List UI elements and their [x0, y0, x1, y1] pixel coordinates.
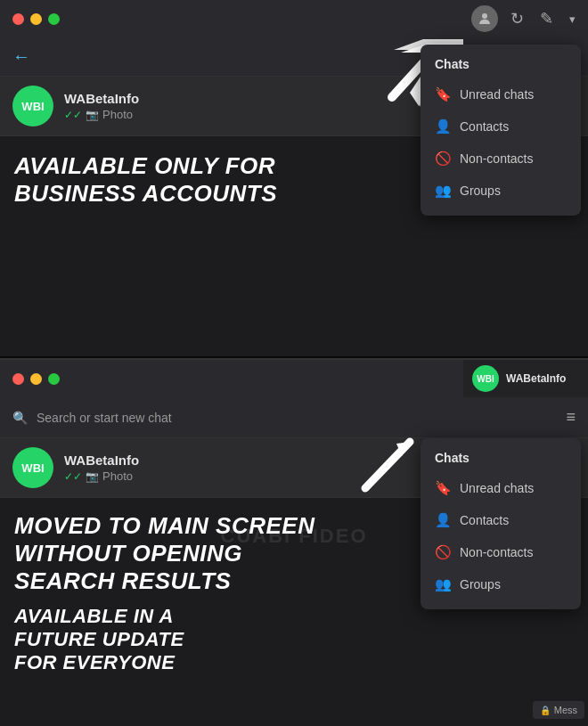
close-button[interactable] — [12, 13, 24, 25]
traffic-lights-1 — [12, 13, 60, 25]
dropdown-item-contacts-1[interactable]: 👤 Contacts — [421, 110, 581, 143]
wbi-avatar-1: WBI — [12, 86, 53, 126]
panel-1: ↻ ✎ ▾ ← ≡ WBI WABetaInfo ✓✓ 📷 Photo 6/07… — [0, 0, 588, 356]
groups-label-1: Groups — [460, 184, 501, 198]
contacts-icon: 👤 — [435, 118, 451, 135]
search-input[interactable]: Search or start new chat — [37, 411, 557, 425]
noncontacts-label-2: Non-contacts — [460, 545, 533, 559]
noncontacts-label-1: Non-contacts — [460, 151, 533, 166]
right-avatar-small: WBI — [472, 365, 499, 392]
camera-icon: 📷 — [86, 109, 99, 121]
dropdown-item-noncontacts-1[interactable]: 🚫 Non-contacts — [421, 143, 581, 175]
minimize-button-2[interactable] — [30, 373, 42, 385]
groups-label-2: Groups — [460, 577, 501, 591]
maximize-button-2[interactable] — [48, 373, 60, 385]
titlebar-icons: ↻ ✎ ▾ — [510, 9, 576, 29]
mess-badge: 🔒 Mess — [533, 701, 584, 719]
panel2-main-text-2: AVAILABLE IN AFUTURE UPDATEFOR EVERYONE — [14, 605, 574, 675]
minimize-button[interactable] — [30, 13, 42, 25]
preview-text-2: Photo — [102, 469, 133, 483]
panel-2: ↻ ✎ ▾ WBI WABetaInfo 🔍 Search or start n… — [0, 358, 588, 726]
groups-icon-2: 👥 — [435, 576, 451, 592]
contacts-icon-2: 👤 — [435, 512, 451, 528]
dropdown-item-unread-1[interactable]: 🔖 Unread chats — [421, 78, 581, 110]
titlebar-2: ↻ ✎ ▾ WBI WABetaInfo — [0, 360, 588, 397]
unread-label-1: Unread chats — [460, 87, 534, 102]
search-icon: 🔍 — [12, 411, 28, 425]
right-panel-titlebar: WBI WABetaInfo — [463, 360, 588, 397]
groups-icon: 👥 — [435, 183, 451, 199]
contacts-label-2: Contacts — [460, 513, 509, 527]
dropdown-item-noncontacts-2[interactable]: 🚫 Non-contacts — [421, 536, 581, 568]
avatar[interactable] — [471, 5, 498, 32]
mess-label: Mess — [554, 705, 577, 715]
close-button-2[interactable] — [12, 373, 24, 385]
dropdown-item-groups-1[interactable]: 👥 Groups — [421, 175, 581, 207]
wbi-avatar-2: WBI — [12, 447, 53, 488]
dropdown-title-2: Chats — [421, 447, 581, 472]
dropdown-menu-1: Chats 🔖 Unread chats 👤 Contacts 🚫 Non-co… — [421, 45, 581, 216]
filter-icon-2[interactable]: ≡ — [566, 408, 576, 427]
right-panel-name: WABetaInfo — [506, 372, 566, 385]
camera-icon-2: 📷 — [86, 470, 99, 483]
check-icon-2: ✓✓ — [64, 470, 82, 483]
titlebar-1: ↻ ✎ ▾ — [0, 0, 588, 37]
svg-point-0 — [482, 13, 487, 19]
dropdown-item-contacts-2[interactable]: 👤 Contacts — [421, 504, 581, 536]
preview-text: Photo — [102, 108, 133, 121]
dropdown-item-groups-2[interactable]: 👥 Groups — [421, 568, 581, 600]
sync-icon[interactable]: ↻ — [510, 9, 524, 29]
back-button[interactable]: ← — [12, 46, 30, 67]
maximize-button[interactable] — [48, 13, 60, 25]
dropdown-title-1: Chats — [421, 53, 581, 78]
unread-icon: 🔖 — [435, 86, 451, 102]
traffic-lights-2 — [12, 373, 60, 385]
check-icon: ✓✓ — [64, 109, 82, 121]
dropdown-menu-2: Chats 🔖 Unread chats 👤 Contacts 🚫 Non-co… — [421, 438, 581, 609]
lock-icon: 🔒 — [540, 706, 551, 715]
noncontacts-icon-2: 🚫 — [435, 544, 451, 560]
chevron-down-icon[interactable]: ▾ — [569, 12, 576, 26]
contacts-label-1: Contacts — [460, 119, 509, 134]
dropdown-item-unread-2[interactable]: 🔖 Unread chats — [421, 472, 581, 504]
noncontacts-icon: 🚫 — [435, 151, 451, 167]
unread-icon-2: 🔖 — [435, 480, 451, 496]
compose-icon[interactable]: ✎ — [540, 9, 553, 29]
unread-label-2: Unread chats — [460, 481, 534, 495]
searchbar-2: 🔍 Search or start new chat ≡ — [0, 397, 588, 438]
